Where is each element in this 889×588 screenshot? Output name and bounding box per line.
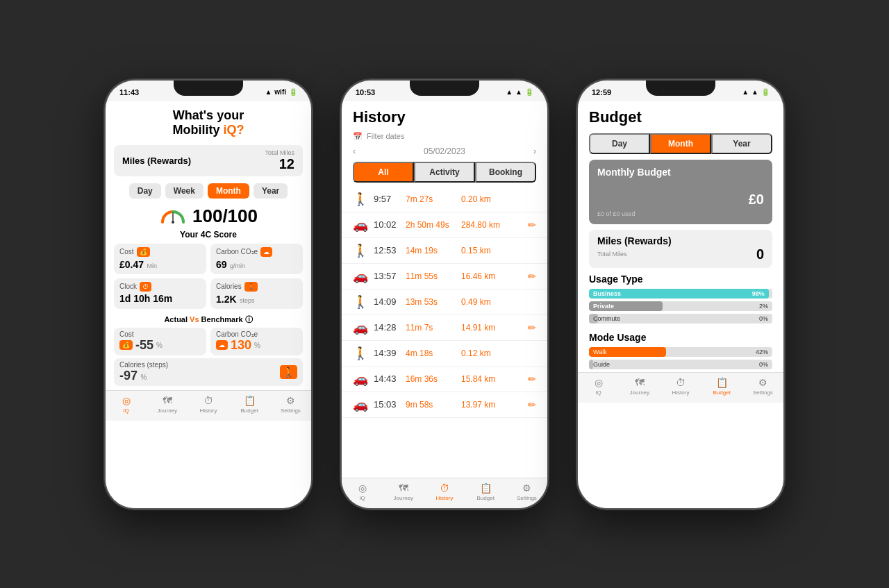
miles-rewards-title: Miles (Rewards) — [597, 235, 764, 246]
miles-label-iq: Miles (Rewards) — [122, 156, 191, 166]
history-icon-h: ⏱ — [440, 482, 449, 494]
time-budget: 12:59 — [592, 88, 611, 96]
nav-settings-h[interactable]: ⚙ Settings — [506, 482, 547, 501]
clock-item: Clock ⏱ 1d 10h 16m — [114, 278, 206, 309]
car-icon-1: 🚗 — [353, 217, 367, 233]
monthly-budget-value: £0 — [597, 192, 764, 208]
nav-journey-h[interactable]: 🗺 Journey — [383, 482, 424, 501]
signal-icon-b: ▲ — [742, 88, 749, 96]
settings-icon: ⚙ — [286, 395, 295, 406]
iq-screen-content: What's your Mobility iQ? Miles (Rewards)… — [106, 101, 311, 508]
mode-bar-guide: 0% Guide — [589, 360, 772, 369]
calories-item: Calories 🚶 1.2K steps — [210, 278, 303, 309]
history-item-7: 🚗 14:43 16m 36s 15.84 km ✏ — [342, 367, 547, 392]
score-display: 100/100 — [114, 205, 303, 227]
nav-iq-h[interactable]: ◎ IQ — [342, 482, 383, 501]
iq-icon-b: ◎ — [595, 377, 603, 388]
nav-journey-b[interactable]: 🗺 Journey — [619, 377, 660, 396]
edit-icon-8[interactable]: ✏ — [528, 399, 536, 410]
tab-day-iq[interactable]: Day — [129, 183, 161, 199]
history-item-3: 🚗 13:57 11m 55s 16.46 km ✏ — [342, 264, 547, 289]
bottom-nav-iq: ◎ IQ 🗺 Journey ⏱ History 📋 Budget — [106, 390, 311, 421]
edit-icon-5[interactable]: ✏ — [528, 322, 536, 333]
budget-icon: 📋 — [244, 395, 256, 406]
benchmark-grid: Cost 💰 -55 % Carbon CO₂e ☁ 130 % — [114, 328, 303, 355]
miles-rewards-box: Miles (Rewards) Total Miles 0 — [589, 230, 772, 268]
nav-history[interactable]: ⏱ History — [188, 395, 229, 414]
phone-budget: 12:59 ▲ ▲ 🔋 Budget Day Month Year Monthl… — [576, 79, 785, 510]
filter-row: 📅 Filter dates — [342, 131, 547, 144]
edit-icon-3[interactable]: ✏ — [528, 271, 536, 282]
budget-period-tabs: Day Month Year — [589, 133, 772, 154]
carbon-badge: ☁ — [260, 247, 272, 257]
journey-icon-b: 🗺 — [635, 377, 645, 388]
nav-budget[interactable]: 📋 Budget — [229, 395, 270, 414]
nav-budget-b[interactable]: 📋 Budget — [701, 377, 742, 396]
monthly-budget-title: Monthly Budget — [597, 167, 764, 178]
usage-type-box: Usage Type Business 98% Private — [589, 274, 772, 326]
score-value: 100/100 — [192, 205, 258, 227]
notch-iq — [174, 81, 243, 96]
car-icon-3: 🚗 — [353, 269, 367, 284]
nav-history-b[interactable]: ⏱ History — [660, 377, 701, 396]
next-date-button[interactable]: › — [533, 146, 536, 156]
walk-icon-4: 🚶 — [353, 294, 367, 310]
iq-title: What's your Mobility iQ? — [106, 101, 311, 142]
nav-journey[interactable]: 🗺 Journey — [147, 395, 188, 414]
phones-container: 11:43 ▲ wifi 🔋 What's your Mobility iQ? … — [104, 79, 785, 510]
edit-icon-1[interactable]: ✏ — [528, 219, 536, 230]
nav-settings[interactable]: ⚙ Settings — [270, 395, 311, 414]
tab-month-budget[interactable]: Month — [650, 133, 711, 154]
walk-icon-6: 🚶 — [353, 346, 367, 361]
usage-type-title: Usage Type — [589, 274, 772, 285]
settings-icon-b: ⚙ — [758, 377, 767, 388]
bench-carbon-item: Carbon CO₂e ☁ 130 % — [210, 328, 303, 355]
tab-month-iq[interactable]: Month — [208, 183, 249, 199]
prev-date-button[interactable]: ‹ — [353, 146, 356, 156]
nav-iq-b[interactable]: ◎ IQ — [578, 377, 619, 396]
nav-settings-b[interactable]: ⚙ Settings — [742, 377, 783, 396]
bench-calories-row: Calories (steps) -97 % 🚶 — [114, 358, 303, 386]
usage-bar-private: Private 2% — [589, 301, 772, 311]
wifi-icon-h: ▲ — [515, 88, 522, 96]
calories-badge: 🚶 — [244, 282, 258, 292]
notch-budget — [646, 81, 715, 96]
battery-icon-b: 🔋 — [761, 88, 770, 96]
tab-day-budget[interactable]: Day — [589, 133, 650, 154]
wifi-icon: wifi — [274, 88, 286, 96]
iq-icon: ◎ — [122, 395, 131, 406]
cost-badge: 💰 — [137, 247, 150, 257]
edit-icon-7[interactable]: ✏ — [528, 373, 536, 385]
budget-title: Budget — [578, 101, 783, 131]
tab-year-budget[interactable]: Year — [711, 133, 772, 154]
budget-icon-h: 📋 — [480, 482, 492, 494]
usage-bar-commute: 0% Commute — [589, 314, 772, 324]
actual-vs-label: Actual Vs Benchmark ⓘ — [114, 314, 303, 325]
tab-all[interactable]: All — [353, 162, 414, 183]
tab-activity[interactable]: Activity — [414, 162, 475, 183]
cost-value-row: £0.47 Min — [119, 258, 201, 271]
status-icons-budget: ▲ ▲ 🔋 — [742, 88, 770, 96]
usage-bar-business: Business 98% — [589, 289, 772, 299]
tab-booking[interactable]: Booking — [475, 162, 536, 183]
nav-iq[interactable]: ◎ IQ — [106, 395, 147, 414]
budget-screen-content: Budget Day Month Year Monthly Budget £0 … — [578, 101, 783, 508]
signal-icon: ▲ — [265, 88, 272, 96]
bottom-nav-budget: ◎ IQ 🗺 Journey ⏱ History 📋 Budget — [578, 372, 783, 403]
speedometer-icon — [159, 208, 187, 224]
nav-history-h[interactable]: ⏱ History — [424, 482, 465, 501]
filter-label: Filter dates — [367, 132, 404, 140]
status-icons-history: ▲ ▲ 🔋 — [506, 88, 533, 96]
miles-right-iq: Total Miles 12 — [265, 149, 294, 172]
nav-budget-h[interactable]: 📋 Budget — [465, 482, 506, 501]
mode-bar-walk: 42% Walk — [589, 347, 772, 357]
history-item-8: 🚗 15:03 9m 58s 13.97 km ✏ — [342, 392, 547, 418]
your-4c-label: Your 4C Score — [106, 230, 311, 240]
phone-history: 10:53 ▲ ▲ 🔋 History 📅 Filter dates ‹ 05/… — [340, 79, 549, 510]
tab-week-iq[interactable]: Week — [165, 183, 203, 199]
battery-icon-h: 🔋 — [525, 88, 533, 96]
carbon-value-row: 69 g/min — [216, 258, 297, 271]
monthly-budget-sub: £0 of £0 used — [597, 210, 764, 217]
tab-year-iq[interactable]: Year — [254, 183, 288, 199]
history-item-0: 🚶 9:57 7m 27s 0.20 km — [342, 187, 547, 212]
